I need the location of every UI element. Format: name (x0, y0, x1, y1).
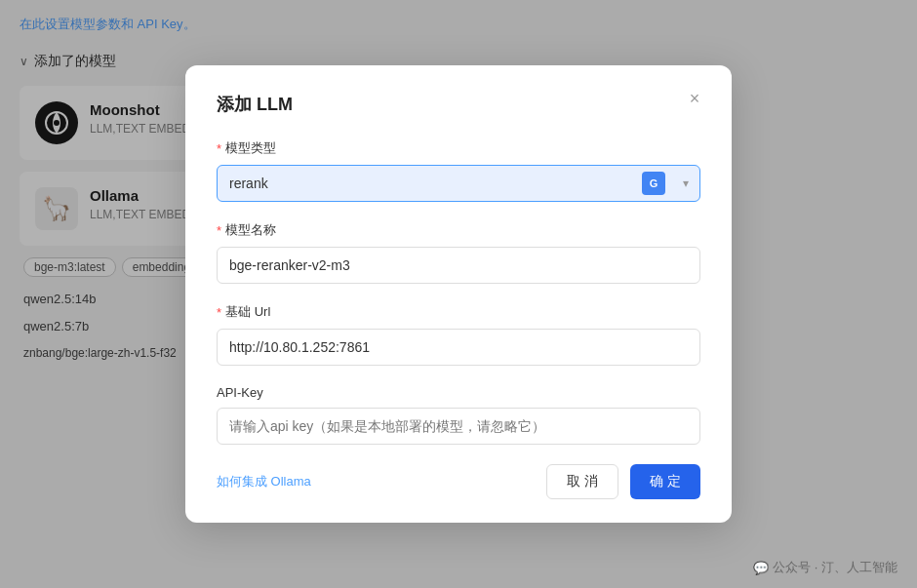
base-url-group: * 基础 Url (217, 303, 700, 366)
model-type-select-wrapper: G ▾ (217, 165, 700, 202)
modal-overlay: 添加 LLM × * 模型类型 G ▾ * 模型名称 * (0, 0, 917, 588)
wechat-icon: 💬 (753, 561, 769, 575)
base-url-label: * 基础 Url (217, 303, 700, 321)
model-type-group: * 模型类型 G ▾ (217, 139, 700, 202)
add-llm-modal: 添加 LLM × * 模型类型 G ▾ * 模型名称 * (185, 65, 732, 523)
model-type-label: * 模型类型 (217, 139, 700, 157)
model-name-group: * 模型名称 (217, 221, 700, 284)
cancel-button[interactable]: 取 消 (546, 464, 618, 499)
api-key-input[interactable] (217, 408, 700, 445)
model-name-input[interactable] (217, 247, 700, 284)
ollama-link[interactable]: 如何集成 Ollama (217, 473, 311, 490)
confirm-button[interactable]: 确 定 (630, 464, 700, 499)
base-url-input[interactable] (217, 329, 700, 366)
footer-buttons: 取 消 确 定 (546, 464, 700, 499)
api-key-group: API-Key (217, 385, 700, 445)
model-type-input[interactable] (217, 165, 700, 202)
modal-title: 添加 LLM (217, 93, 700, 116)
required-star-type: * (217, 141, 221, 156)
modal-footer: 如何集成 Ollama 取 消 确 定 (217, 464, 700, 499)
required-star-url: * (217, 305, 221, 320)
model-name-label: * 模型名称 (217, 221, 700, 239)
watermark: 💬 公众号 · 汀、人工智能 (753, 559, 897, 576)
google-translate-icon: G (642, 172, 665, 195)
watermark-text: 公众号 · 汀、人工智能 (773, 559, 897, 576)
modal-close-button[interactable]: × (681, 85, 708, 112)
required-star-name: * (217, 223, 221, 238)
api-key-label: API-Key (217, 385, 700, 400)
